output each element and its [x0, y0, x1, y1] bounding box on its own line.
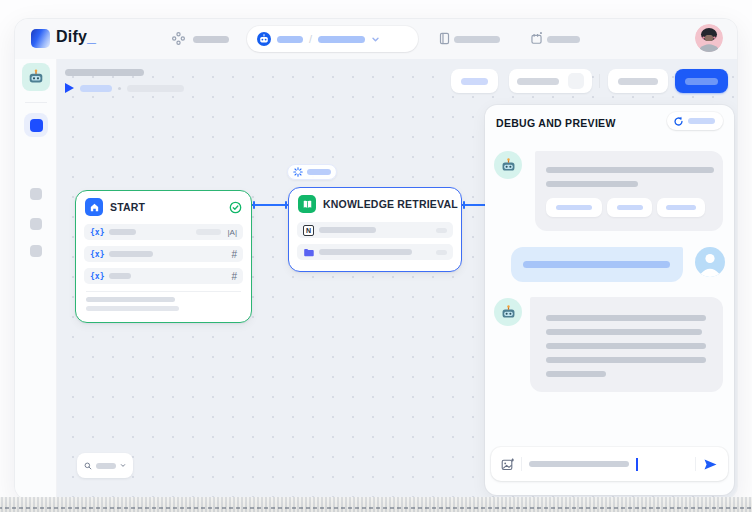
image-plus-icon[interactable]	[501, 458, 514, 471]
input-separator	[521, 457, 522, 471]
workflow-canvas[interactable]: START {x} |A| {x}	[57, 59, 737, 499]
run-label-skeleton	[80, 85, 112, 92]
button-toggle-icon[interactable]	[568, 73, 584, 89]
schedule-icon[interactable]	[530, 32, 543, 45]
toolbar-separator	[599, 74, 600, 88]
sidebar-item-2[interactable]	[30, 188, 42, 200]
source-name-skeleton	[319, 227, 376, 233]
variable-name-skeleton	[109, 273, 131, 279]
workflow-name-skeleton	[318, 36, 365, 43]
user-message	[511, 247, 683, 282]
nav-label-skeleton	[193, 36, 229, 43]
node-description-skeleton	[86, 306, 179, 311]
message-line-skeleton	[523, 261, 670, 268]
button-label-skeleton	[685, 78, 718, 85]
restart-icon	[673, 116, 684, 127]
start-variable-row: {x} #	[84, 246, 243, 262]
toolbar-button-2[interactable]	[509, 69, 592, 93]
restart-button[interactable]	[667, 112, 723, 130]
user-avatar[interactable]	[695, 24, 723, 52]
string-type-icon: |A|	[228, 228, 238, 237]
text-cursor	[636, 458, 638, 471]
toolbar-button-3[interactable]	[608, 69, 668, 93]
cropped-taskbar-strip	[0, 497, 752, 512]
message-line-skeleton	[546, 343, 706, 349]
app-switcher[interactable]: /	[247, 26, 418, 52]
suggested-reply-button[interactable]	[657, 198, 705, 217]
assistant-message	[535, 151, 723, 231]
node-knowledge-header: KNOWLEDGE RETRIEVAL	[289, 188, 461, 218]
play-icon[interactable]	[65, 83, 74, 93]
bot-icon	[257, 32, 271, 46]
variable-token: {x}	[90, 228, 104, 237]
notion-icon: N	[303, 225, 314, 236]
workflow-icon	[30, 119, 43, 132]
home-icon	[85, 198, 103, 216]
message-line-skeleton	[546, 329, 702, 335]
assistant-avatar	[494, 298, 522, 326]
chat-input[interactable]	[491, 447, 728, 481]
sidebar-divider	[25, 102, 47, 103]
brand-underscore: _	[87, 28, 96, 45]
source-name-skeleton	[319, 249, 412, 255]
publish-button[interactable]	[675, 69, 728, 93]
schedule-label-skeleton	[547, 36, 580, 43]
sparkle-loading-icon	[293, 167, 303, 177]
sidebar-item-4[interactable]	[30, 245, 42, 257]
node-description-skeleton	[86, 297, 175, 302]
source-meta-skeleton	[436, 250, 447, 255]
sidebar-item-workflow-active[interactable]	[24, 113, 48, 137]
node-divider	[86, 291, 241, 292]
robot-icon	[500, 157, 517, 174]
restart-label-skeleton	[688, 118, 715, 124]
check-circle-icon	[229, 201, 242, 214]
number-type-icon: #	[231, 249, 237, 260]
typed-text-skeleton	[529, 461, 629, 467]
message-line-skeleton	[546, 181, 638, 187]
number-type-icon: #	[231, 271, 237, 282]
suggested-reply-button[interactable]	[607, 198, 652, 217]
node-start[interactable]: START {x} |A| {x}	[75, 190, 252, 323]
start-variable-row: {x} |A|	[84, 224, 243, 240]
status-text-skeleton	[127, 85, 184, 92]
message-line-skeleton	[546, 315, 706, 321]
knowledge-source-row: N	[297, 222, 453, 238]
debug-preview-panel: DEBUG AND PREVIEW	[485, 105, 734, 495]
zoom-control[interactable]	[77, 453, 133, 478]
assistant-message	[530, 297, 723, 392]
loading-label-skeleton	[307, 169, 331, 175]
assistant-avatar	[494, 151, 522, 179]
sidebar-item-3[interactable]	[30, 218, 42, 230]
message-line-skeleton	[546, 371, 606, 377]
chevron-down-icon[interactable]	[120, 461, 126, 470]
breadcrumb-divider: /	[309, 33, 312, 45]
panel-title: DEBUG AND PREVIEW	[496, 117, 616, 129]
node-knowledge-title: KNOWLEDGE RETRIEVAL	[323, 198, 458, 210]
variable-name-skeleton	[109, 229, 136, 235]
apps-icon[interactable]	[172, 32, 185, 45]
suggestion-skeleton	[556, 205, 592, 210]
suggestion-skeleton	[617, 205, 643, 210]
sidebar-app-icon[interactable]	[22, 63, 50, 91]
suggestion-skeleton	[666, 205, 696, 210]
edge-start-to-knowledge	[252, 204, 288, 206]
chevron-down-icon[interactable]	[371, 35, 380, 44]
button-label-skeleton	[618, 78, 658, 85]
send-icon[interactable]	[703, 457, 718, 472]
variable-value-skeleton	[196, 229, 221, 235]
docs-label-skeleton	[454, 36, 500, 43]
notebook-icon[interactable]	[438, 32, 451, 45]
variable-token: {x}	[90, 250, 104, 259]
workflow-status-row	[65, 81, 184, 95]
source-meta-skeleton	[436, 228, 447, 233]
toolbar-button-1[interactable]	[451, 69, 498, 93]
status-dot	[118, 87, 121, 90]
suggested-reply-button[interactable]	[546, 198, 602, 217]
folder-icon	[303, 247, 314, 258]
input-separator	[695, 457, 696, 471]
left-sidebar	[15, 59, 57, 499]
app-name-skeleton	[277, 36, 303, 43]
workflow-title-skeleton	[65, 69, 144, 76]
node-knowledge-retrieval[interactable]: KNOWLEDGE RETRIEVAL N	[288, 187, 462, 272]
dify-logo-text: Dify_	[56, 28, 96, 46]
